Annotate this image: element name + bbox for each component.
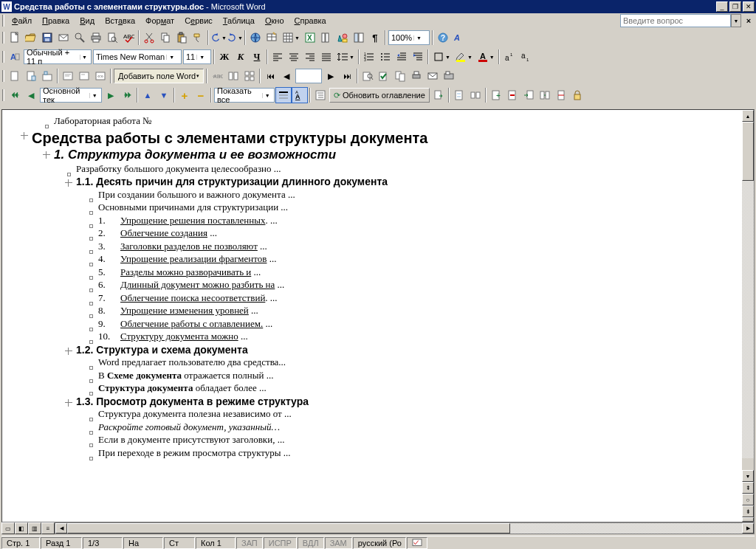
tables-borders-button[interactable]	[264, 30, 280, 46]
linespacing-button[interactable]: ▼	[334, 49, 357, 65]
mm-merge-newdoc-button[interactable]	[392, 68, 408, 84]
mm-prev-button[interactable]: ◀	[278, 68, 295, 84]
scroll-thumb[interactable]	[742, 122, 754, 181]
redo-button[interactable]: ▼	[227, 30, 243, 46]
borders-button[interactable]: ▼	[430, 49, 453, 65]
mm-first-button[interactable]: ⏮	[262, 68, 278, 84]
view-normal-button[interactable]: ▭	[1, 522, 15, 534]
demote-body-button[interactable]: ⯮	[119, 87, 135, 103]
bold-button[interactable]: Ж	[216, 49, 233, 65]
mm-find-button[interactable]	[360, 68, 376, 84]
hscroll-left-button[interactable]: ◀	[55, 523, 67, 534]
menu-insert[interactable]: Вставка	[100, 15, 140, 27]
restore-button[interactable]: ❐	[729, 1, 741, 12]
mm-address-block-button[interactable]	[60, 68, 76, 84]
document-surface[interactable]: Лабораторная работа № Средства работы с …	[2, 110, 742, 522]
highlight-button[interactable]: ▼	[453, 49, 475, 65]
styles-pane-button[interactable]: A	[7, 49, 23, 65]
insert-table-button[interactable]: ▼	[280, 30, 302, 46]
expand-button[interactable]: +	[176, 87, 193, 103]
preview-button[interactable]	[104, 30, 120, 46]
menu-file[interactable]: Файл	[7, 15, 37, 27]
paste-button[interactable]	[173, 30, 190, 46]
promote-button[interactable]: ◀	[23, 87, 39, 103]
align-left-button[interactable]	[269, 49, 286, 65]
cut-button[interactable]	[141, 30, 157, 46]
menu-table[interactable]: Таблица	[218, 15, 260, 27]
toolbar-handle[interactable]	[2, 32, 4, 44]
subscript-button[interactable]: a1	[518, 49, 534, 65]
drawing-button[interactable]	[334, 30, 351, 46]
mm-labels-button[interactable]	[241, 68, 258, 84]
hyperlink-button[interactable]	[247, 30, 264, 46]
mm-record-combo[interactable]	[295, 69, 322, 83]
browse-object-button[interactable]: ○	[742, 494, 754, 505]
mm-recipients-button[interactable]	[39, 68, 55, 84]
numbering-button[interactable]: 123	[361, 49, 377, 65]
mail-button[interactable]	[55, 30, 72, 46]
bullets-button[interactable]	[377, 49, 394, 65]
hscroll-right-button[interactable]: ▶	[742, 523, 754, 534]
expand-icon[interactable]	[43, 151, 50, 159]
align-justify-button[interactable]	[318, 49, 334, 65]
search-button[interactable]	[72, 30, 88, 46]
status-ovr[interactable]: ЗАМ	[325, 537, 352, 549]
expand-icon[interactable]	[21, 132, 28, 139]
wordart-button[interactable]: A	[451, 30, 467, 46]
toolbar-handle[interactable]	[2, 70, 4, 82]
font-color-button[interactable]: A▼	[475, 49, 497, 65]
close-button[interactable]: ✕	[743, 1, 755, 12]
style-combo[interactable]: Обычный + 11 п▼	[24, 49, 92, 64]
view-page-button[interactable]: ▥	[28, 522, 41, 534]
save-button[interactable]	[39, 30, 55, 46]
mm-merge-fax-button[interactable]	[441, 68, 457, 84]
status-ext[interactable]: ВДЛ	[298, 537, 324, 549]
excel-button[interactable]: X	[302, 30, 318, 46]
expand-icon[interactable]	[65, 179, 72, 187]
horizontal-scrollbar[interactable]: ◀ ▶	[55, 522, 755, 534]
menu-help[interactable]: Справка	[289, 15, 331, 27]
mm-insert-field-button[interactable]: «»	[92, 68, 109, 84]
ask-question-dropdown[interactable]: ▼	[731, 14, 741, 27]
menu-edit[interactable]: Правка	[37, 15, 75, 27]
master-doc-button[interactable]	[451, 87, 467, 103]
show-codes-button[interactable]: ¶	[367, 30, 383, 46]
format-painter-button[interactable]	[190, 30, 206, 46]
toolbar-handle[interactable]	[2, 15, 4, 27]
indent-button[interactable]	[410, 49, 426, 65]
mm-greeting-button[interactable]	[76, 68, 92, 84]
mm-next-button[interactable]: ▶	[323, 68, 339, 84]
align-center-button[interactable]	[286, 49, 302, 65]
split-subdoc-button[interactable]	[553, 87, 569, 103]
toc-button[interactable]	[312, 87, 329, 103]
mm-match-fields-button[interactable]	[225, 68, 241, 84]
show-level-combo[interactable]: Показать все▼	[214, 88, 275, 103]
docmap-button[interactable]	[351, 30, 367, 46]
outdent-button[interactable]	[394, 49, 410, 65]
outline-level-combo[interactable]: Основной тек▼	[40, 88, 102, 103]
goto-toc-button[interactable]	[430, 87, 447, 103]
collapse-subdocs-button[interactable]	[467, 87, 484, 103]
underline-button[interactable]: Ч	[249, 49, 265, 65]
mm-highlight-fields-button[interactable]: ‹‹ ››ABC	[209, 68, 225, 84]
view-web-button[interactable]: ◧	[15, 522, 28, 534]
split-handle[interactable]	[742, 517, 754, 522]
zoom-combo[interactable]: 100%▼	[388, 30, 430, 45]
mm-merge-email-button[interactable]	[425, 68, 441, 84]
status-lang[interactable]: русский (Ро	[353, 537, 406, 549]
scroll-down-button[interactable]: ▼	[742, 470, 754, 482]
insert-subdoc-button[interactable]	[520, 87, 537, 103]
new-doc-button[interactable]	[7, 30, 23, 46]
moveup-button[interactable]: ▲	[140, 87, 156, 103]
movedown-button[interactable]: ▼	[156, 87, 172, 103]
status-spellcheck-icon[interactable]	[407, 537, 427, 549]
collapse-button[interactable]: −	[193, 87, 209, 103]
size-combo[interactable]: 11▼	[183, 49, 211, 64]
doc-close-button[interactable]: ×	[743, 15, 755, 27]
toolbar-handle[interactable]	[2, 89, 4, 101]
superscript-button[interactable]: a1	[501, 49, 518, 65]
spelling-button[interactable]: ABC	[120, 30, 137, 46]
open-button[interactable]	[23, 30, 39, 46]
vertical-scrollbar[interactable]: ▲ ▼ ⇞ ○ ⇟	[742, 110, 754, 522]
ask-question-input[interactable]	[620, 14, 731, 27]
